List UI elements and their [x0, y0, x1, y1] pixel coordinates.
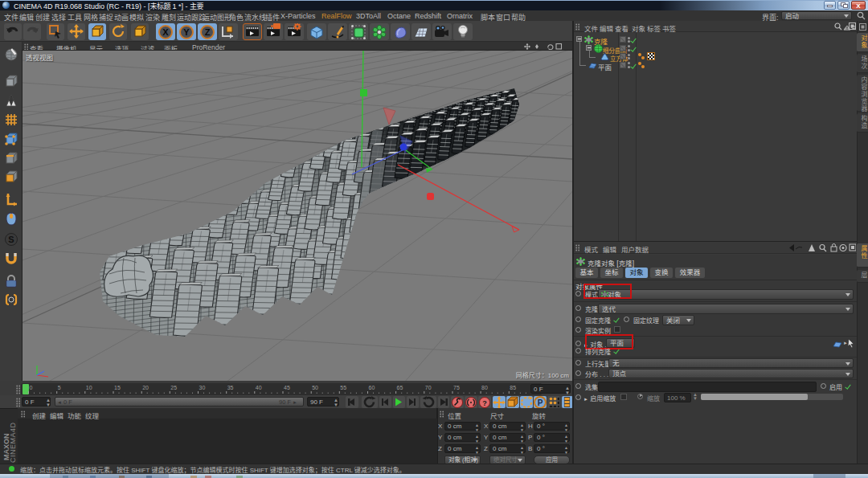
svg-text:P: P: [538, 398, 543, 407]
svg-text:45: 45: [284, 385, 290, 390]
svg-text:65: 65: [397, 385, 403, 390]
svg-text:25: 25: [170, 385, 177, 390]
svg-text:80: 80: [481, 385, 488, 390]
svg-text:50: 50: [312, 385, 318, 390]
svg-text:?: ?: [482, 399, 487, 407]
svg-text:70: 70: [425, 385, 432, 390]
svg-text:85: 85: [510, 385, 516, 390]
svg-text:60: 60: [369, 385, 375, 390]
svg-text:75: 75: [453, 385, 460, 390]
svg-text:Y: Y: [183, 27, 190, 37]
svg-text:30: 30: [199, 385, 206, 390]
svg-text:0: 0: [30, 385, 33, 390]
svg-text:20: 20: [142, 385, 149, 390]
svg-text:10: 10: [86, 385, 92, 390]
svg-text:S: S: [8, 235, 14, 244]
svg-text:55: 55: [340, 385, 346, 390]
svg-text:40: 40: [256, 385, 262, 390]
svg-text:5: 5: [58, 385, 61, 390]
svg-text:35: 35: [227, 385, 234, 390]
svg-text:X: X: [162, 27, 169, 37]
svg-text:Z: Z: [205, 27, 211, 37]
svg-text:15: 15: [114, 385, 121, 390]
